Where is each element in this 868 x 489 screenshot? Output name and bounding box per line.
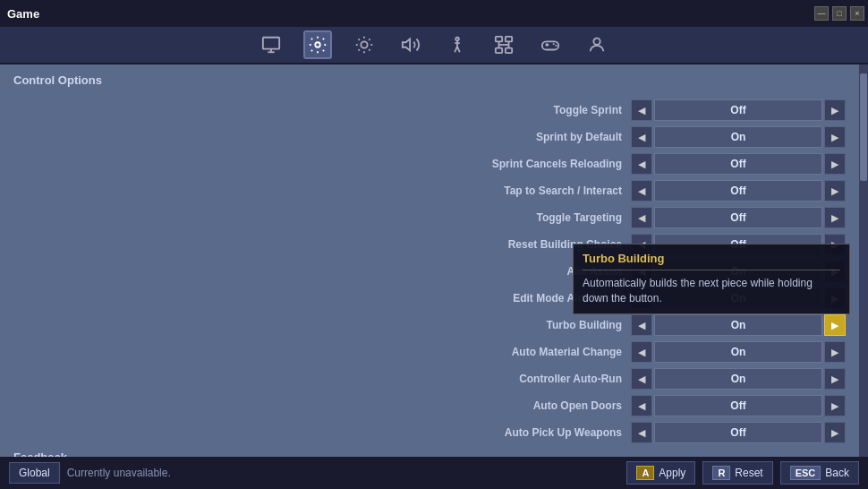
setting-value: Off <box>654 395 822 416</box>
setting-value: Off <box>654 180 822 202</box>
arrow-left-button[interactable]: ◀ <box>631 422 652 443</box>
setting-control: ◀Off▶ <box>631 99 846 121</box>
setting-label: Auto Pick Up Weapons <box>13 426 631 439</box>
nav-bar <box>0 27 868 64</box>
bottom-bar: Global Currently unavailable. A Apply R … <box>0 457 868 489</box>
tooltip-box: Turbo Building Automatically builds the … <box>573 244 850 314</box>
arrow-left-button[interactable]: ◀ <box>631 368 652 390</box>
setting-value: Off <box>654 99 822 121</box>
maximize-button[interactable]: □ <box>832 6 847 21</box>
arrow-left-button[interactable]: ◀ <box>631 207 652 228</box>
arrow-right-button[interactable]: ▶ <box>824 207 846 228</box>
scrollbar-thumb[interactable] <box>860 73 867 181</box>
arrow-right-button[interactable]: ▶ <box>824 341 846 363</box>
tooltip-text: Automatically builds the next piece whil… <box>583 276 840 306</box>
reset-button[interactable]: R Reset <box>702 461 772 485</box>
setting-label: Tap to Search / Interact <box>13 184 631 197</box>
back-label: Back <box>825 467 849 479</box>
svg-rect-0 <box>263 38 279 49</box>
setting-control: ◀Off▶ <box>631 153 846 175</box>
svg-rect-8 <box>506 37 512 42</box>
setting-label: Toggle Targeting <box>13 211 631 224</box>
setting-control: ◀On▶ <box>631 368 846 390</box>
setting-label: Reset Building Choice <box>13 238 631 251</box>
setting-row: Auto Material Change◀On▶ <box>13 339 846 365</box>
setting-label: Sprint by Default <box>13 131 631 143</box>
scrollbar-track[interactable] <box>859 64 868 457</box>
nav-brightness[interactable] <box>350 30 379 59</box>
svg-rect-7 <box>496 37 502 42</box>
setting-label: Turbo Building <box>13 319 631 331</box>
arrow-right-button[interactable]: ▶ <box>824 368 846 390</box>
window-title: Game <box>7 7 39 21</box>
apply-label: Apply <box>659 467 685 479</box>
arrow-right-button[interactable]: ▶ <box>824 395 846 416</box>
status-text: Currently unavailable. <box>67 467 620 479</box>
arrow-left-button[interactable]: ◀ <box>631 395 652 416</box>
setting-control: ◀On▶ <box>631 314 846 336</box>
nav-volume[interactable] <box>396 30 425 59</box>
nav-gear[interactable] <box>303 30 332 59</box>
setting-value: On <box>654 341 822 363</box>
minimize-button[interactable]: — <box>814 6 829 21</box>
arrow-left-button[interactable]: ◀ <box>631 341 652 363</box>
setting-label: Sprint Cancels Reloading <box>13 158 631 170</box>
setting-value: On <box>654 314 822 336</box>
nav-monitor[interactable] <box>257 30 285 59</box>
setting-value: On <box>654 126 822 148</box>
setting-label: Edit Mode Aim Assist <box>13 292 631 305</box>
section-header-feedback: Feedback <box>13 450 846 457</box>
back-button[interactable]: ESC Back <box>780 461 859 485</box>
setting-label: Toggle Sprint <box>13 104 631 116</box>
arrow-left-button[interactable]: ◀ <box>631 99 652 121</box>
arrow-right-button[interactable]: ▶ <box>824 153 846 175</box>
arrow-right-button[interactable]: ▶ <box>824 314 846 336</box>
setting-row: Auto Open Doors◀Off▶ <box>13 393 846 418</box>
arrow-left-button[interactable]: ◀ <box>631 153 652 175</box>
svg-point-6 <box>455 38 459 41</box>
apply-button[interactable]: A Apply <box>626 461 695 485</box>
setting-value: On <box>654 368 822 390</box>
setting-control: ◀On▶ <box>631 126 846 148</box>
section-label-global: Global <box>9 462 60 484</box>
setting-label: Aim Assist <box>13 265 631 278</box>
back-key-badge: ESC <box>790 466 821 480</box>
svg-rect-9 <box>496 48 502 53</box>
arrow-right-button[interactable]: ▶ <box>824 422 846 443</box>
arrow-left-button[interactable]: ◀ <box>631 180 652 202</box>
setting-value: Off <box>654 153 822 175</box>
arrow-right-button[interactable]: ▶ <box>824 126 846 148</box>
window-controls: — □ × <box>814 0 864 27</box>
nav-user[interactable] <box>583 30 611 59</box>
close-button[interactable]: × <box>850 6 864 21</box>
svg-marker-5 <box>403 39 410 51</box>
arrow-left-button[interactable]: ◀ <box>631 126 652 148</box>
setting-row: Toggle Targeting◀Off▶ <box>13 205 846 230</box>
setting-row: Controller Auto-Run◀On▶ <box>13 366 846 391</box>
svg-point-3 <box>315 42 320 47</box>
reset-key-badge: R <box>712 466 730 480</box>
setting-control: ◀Off▶ <box>631 180 846 202</box>
setting-label: Auto Open Doors <box>13 399 631 412</box>
setting-row: Sprint Cancels Reloading◀Off▶ <box>13 151 846 176</box>
title-bar: Game — □ × <box>0 0 868 27</box>
nav-accessibility[interactable] <box>443 30 472 59</box>
setting-control: ◀On▶ <box>631 341 846 363</box>
setting-label: Controller Auto-Run <box>13 373 631 385</box>
nav-network[interactable] <box>489 30 518 59</box>
setting-row: Toggle Sprint◀Off▶ <box>13 98 846 123</box>
global-label: Global <box>19 467 50 479</box>
setting-label: Auto Material Change <box>13 346 631 358</box>
setting-control: ◀Off▶ <box>631 395 846 416</box>
setting-control: ◀Off▶ <box>631 207 846 228</box>
tooltip-title: Turbo Building <box>583 252 840 270</box>
arrow-right-button[interactable]: ▶ <box>824 180 846 202</box>
setting-value: Off <box>654 207 822 228</box>
setting-control: ◀Off▶ <box>631 422 846 443</box>
arrow-right-button[interactable]: ▶ <box>824 99 846 121</box>
arrow-left-button[interactable]: ◀ <box>631 314 652 336</box>
nav-controller[interactable] <box>536 30 565 59</box>
setting-row: Tap to Search / Interact◀Off▶ <box>13 178 846 203</box>
setting-row: Auto Pick Up Weapons◀Off▶ <box>13 420 846 445</box>
svg-point-15 <box>593 39 600 45</box>
